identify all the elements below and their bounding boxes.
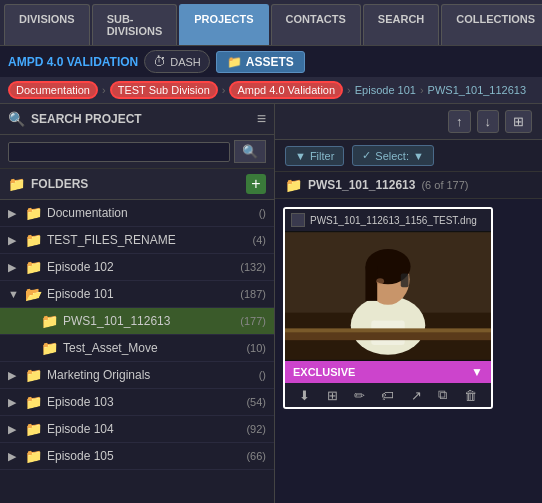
select-label: Select: — [375, 150, 409, 162]
svg-rect-8 — [401, 273, 409, 287]
chevron-expand-icon: ▼ — [8, 288, 20, 300]
search-input-row: 🔍 — [0, 135, 274, 169]
share-icon[interactable]: ↗ — [411, 388, 422, 403]
add-folder-button[interactable]: + — [246, 174, 266, 194]
breadcrumb-test[interactable]: Documentation — [8, 81, 98, 99]
tab-search[interactable]: SEARCH — [363, 4, 439, 45]
tree-item-test-asset[interactable]: 📁 Test_Asset_Move (10) — [0, 335, 274, 362]
tree-item-label: Marketing Originals — [47, 368, 254, 382]
tree-item-ep102[interactable]: ▶ 📁 Episode 102 (132) — [0, 254, 274, 281]
right-panel: ↑ ↓ ⊞ ▼ Filter ✓ Select: ▼ 📁 PWS1_101_11… — [275, 104, 542, 503]
tree-item-count: (10) — [246, 342, 266, 354]
asset-grid: PWS1_101_112613_1156_TEST.dng — [275, 199, 542, 503]
asset-thumbnail — [285, 231, 491, 361]
filter-bar: ▼ Filter ✓ Select: ▼ — [275, 140, 542, 172]
tree-item-label: Episode 103 — [47, 395, 241, 409]
tree-item-ep104[interactable]: ▶ 📁 Episode 104 (92) — [0, 416, 274, 443]
asset-actions: ⬇ ⊞ ✏ 🏷 ↗ ⧉ 🗑 — [285, 383, 491, 407]
tree-item-count: (132) — [240, 261, 266, 273]
delete-icon[interactable]: 🗑 — [464, 388, 477, 403]
folder-selected-icon: 📁 — [41, 313, 58, 329]
filter-button[interactable]: ▼ Filter — [285, 146, 344, 166]
breadcrumb-validation[interactable]: Ampd 4.0 Validation — [229, 81, 343, 99]
clock-icon: ⏱ — [153, 54, 166, 69]
folder-open-icon: 📂 — [25, 286, 42, 302]
folders-icon: 📁 — [8, 176, 25, 192]
folder-path-count: (6 of 177) — [421, 179, 468, 191]
tree-item-test-rename[interactable]: ▶ 📁 TEST_FILES_RENAME (4) — [0, 227, 274, 254]
folder-icon: 📁 — [25, 394, 42, 410]
tree-item-label: PWS1_101_112613 — [63, 314, 235, 328]
main-layout: 🔍 SEARCH PROJECT ≡ 🔍 📁 FOLDERS + ▶ 📁 Doc… — [0, 104, 542, 503]
tree-item-ep105[interactable]: ▶ 📁 Episode 105 (66) — [0, 443, 274, 470]
tree-item-ep103[interactable]: ▶ 📁 Episode 103 (54) — [0, 389, 274, 416]
breadcrumb-episode[interactable]: Episode 101 — [355, 84, 416, 96]
tree-item-label: Test_Asset_Move — [63, 341, 241, 355]
top-nav: DIVISIONS SUB-DIVISIONS PROJECTS CONTACT… — [0, 0, 542, 46]
folder-path-icon: 📁 — [285, 177, 302, 193]
menu-icon[interactable]: ≡ — [257, 110, 266, 128]
sort-down-button[interactable]: ↓ — [477, 110, 500, 133]
tree-item-pws1[interactable]: 📁 PWS1_101_112613 (177) — [0, 308, 274, 335]
checkmark-icon: ✓ — [362, 149, 371, 162]
chevron-icon: ▶ — [8, 396, 20, 409]
asset-card[interactable]: PWS1_101_112613_1156_TEST.dng — [283, 207, 493, 409]
tab-sub-divisions[interactable]: SUB-DIVISIONS — [92, 4, 178, 45]
tab-collections[interactable]: COLLECTIONS — [441, 4, 542, 45]
breadcrumb-sep-1: › — [102, 84, 106, 96]
search-bar: 🔍 SEARCH PROJECT ≡ — [0, 104, 274, 135]
dash-button[interactable]: ⏱ DASH — [144, 50, 210, 73]
left-panel: 🔍 SEARCH PROJECT ≡ 🔍 📁 FOLDERS + ▶ 📁 Doc… — [0, 104, 275, 503]
download-icon[interactable]: ⬇ — [299, 388, 310, 403]
chevron-icon: ▶ — [8, 369, 20, 382]
tree-item-count: (66) — [246, 450, 266, 462]
search-project-label: SEARCH PROJECT — [31, 112, 251, 126]
folder-icon: 📁 — [25, 421, 42, 437]
project-label: AMPD 4.0 VALIDATION — [8, 55, 138, 69]
tab-contacts[interactable]: CONTACTS — [271, 4, 361, 45]
tab-projects[interactable]: PROJECTS — [179, 4, 268, 45]
breadcrumb-subdivision[interactable]: TEST Sub Division — [110, 81, 218, 99]
folder-path-bar: 📁 PWS1_101_112613 (6 of 177) — [275, 172, 542, 199]
folder-tree: ▶ 📁 Documentation () ▶ 📁 TEST_FILES_RENA… — [0, 200, 274, 503]
edit-icon[interactable]: ✏ — [354, 388, 365, 403]
folder-icon: 📁 — [25, 367, 42, 383]
assets-label: ASSETS — [246, 55, 294, 69]
grid-icon[interactable]: ⊞ — [327, 388, 338, 403]
filter-label: Filter — [310, 150, 334, 162]
folder-icon: 📁 — [41, 340, 58, 356]
tree-item-count: (54) — [246, 396, 266, 408]
copy-icon[interactable]: ⧉ — [438, 387, 447, 403]
svg-rect-11 — [285, 328, 491, 332]
tree-item-count: () — [259, 369, 266, 381]
second-bar: AMPD 4.0 VALIDATION ⏱ DASH 📁 ASSETS — [0, 46, 542, 77]
folder-icon: 📁 — [25, 232, 42, 248]
tree-item-label: TEST_FILES_RENAME — [47, 233, 248, 247]
search-go-button[interactable]: 🔍 — [234, 140, 266, 163]
tree-item-ep101[interactable]: ▼ 📂 Episode 101 (187) — [0, 281, 274, 308]
folders-label: FOLDERS — [31, 177, 240, 191]
tree-item-count: () — [259, 207, 266, 219]
select-button[interactable]: ✓ Select: ▼ — [352, 145, 434, 166]
tree-item-label: Episode 105 — [47, 449, 241, 463]
chevron-icon: ▶ — [8, 234, 20, 247]
breadcrumb-pws[interactable]: PWS1_101_112613 — [428, 84, 526, 96]
tree-item-count: (187) — [240, 288, 266, 300]
tag-icon[interactable]: 🏷 — [381, 388, 394, 403]
assets-button[interactable]: 📁 ASSETS — [216, 51, 305, 73]
asset-checkbox[interactable] — [291, 213, 305, 227]
asset-filename: PWS1_101_112613_1156_TEST.dng — [310, 215, 485, 226]
tree-item-marketing[interactable]: ▶ 📁 Marketing Originals () — [0, 362, 274, 389]
tree-item-count: (177) — [240, 315, 266, 327]
tree-item-documentation[interactable]: ▶ 📁 Documentation () — [0, 200, 274, 227]
search-input[interactable] — [8, 142, 230, 162]
chevron-icon: ▶ — [8, 450, 20, 463]
grid-view-button[interactable]: ⊞ — [505, 110, 532, 133]
folder-icon: 📁 — [25, 448, 42, 464]
sort-up-button[interactable]: ↑ — [448, 110, 471, 133]
tree-item-label: Episode 104 — [47, 422, 241, 436]
breadcrumb-sep-2: › — [222, 84, 226, 96]
select-dropdown-icon: ▼ — [413, 150, 424, 162]
asset-tag-dropdown-icon[interactable]: ▼ — [471, 365, 483, 379]
tab-divisions[interactable]: DIVISIONS — [4, 4, 90, 45]
